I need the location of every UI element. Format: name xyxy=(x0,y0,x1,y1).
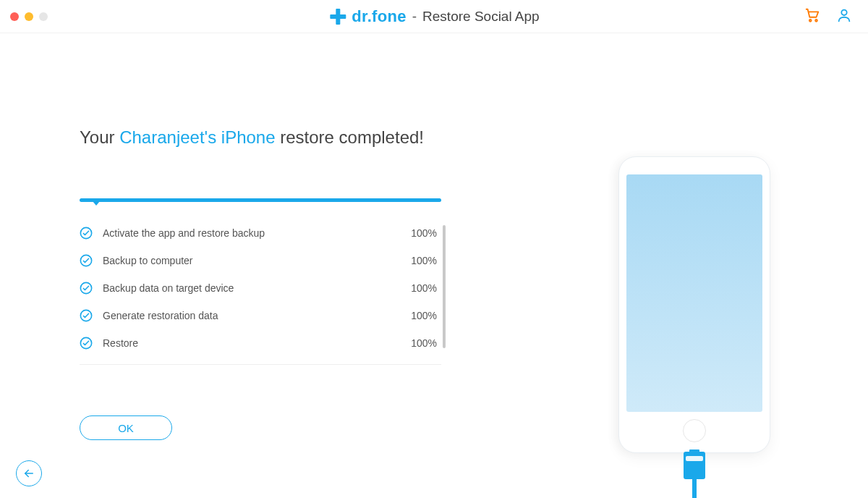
step-label: Backup to computer xyxy=(103,255,398,266)
ok-button[interactable]: OK xyxy=(80,415,172,440)
step-percent: 100% xyxy=(398,337,441,349)
account-icon[interactable] xyxy=(836,7,852,26)
cable-connector-icon xyxy=(684,452,705,479)
back-button[interactable] xyxy=(16,460,42,486)
cable-line xyxy=(692,478,697,498)
minimize-window-button[interactable] xyxy=(25,12,33,21)
phone-screen xyxy=(626,174,762,412)
step-list: Activate the app and restore backup 100%… xyxy=(80,219,441,365)
page-heading: Your Charanjeet's iPhone restore complet… xyxy=(80,127,521,148)
app-title: dr.fone - Restore Social App xyxy=(328,7,539,26)
titlebar: dr.fone - Restore Social App xyxy=(0,0,868,33)
app-subtitle: Restore Social App xyxy=(422,9,540,25)
step-row: Activate the app and restore backup 100% xyxy=(80,219,441,247)
heading-device-name: Charanjeet's iPhone xyxy=(119,127,275,147)
title-separator: - xyxy=(412,9,417,25)
heading-prefix: Your xyxy=(80,127,119,147)
step-row: Restore 100% xyxy=(80,329,441,357)
check-icon xyxy=(80,254,93,267)
step-label: Backup data on target device xyxy=(103,282,398,294)
arrow-left-icon xyxy=(22,467,35,480)
step-percent: 100% xyxy=(398,310,441,321)
close-window-button[interactable] xyxy=(10,12,19,21)
step-row: Backup data on target device 100% xyxy=(80,274,441,302)
list-divider xyxy=(80,364,441,365)
phone-home-button-icon xyxy=(683,419,706,442)
step-percent: 100% xyxy=(398,282,441,294)
heading-suffix: restore completed! xyxy=(276,127,424,147)
check-icon xyxy=(80,227,93,240)
phone-illustration xyxy=(618,156,770,453)
main-body: Your Charanjeet's iPhone restore complet… xyxy=(0,33,868,498)
titlebar-actions xyxy=(804,7,852,26)
left-pane: Your Charanjeet's iPhone restore complet… xyxy=(0,33,521,498)
window-controls xyxy=(10,12,48,21)
step-label: Restore xyxy=(103,337,398,349)
step-percent: 100% xyxy=(398,227,441,239)
step-percent: 100% xyxy=(398,255,441,266)
svg-rect-1 xyxy=(330,14,346,19)
check-icon xyxy=(80,282,93,295)
logo-icon xyxy=(328,7,347,26)
svg-point-2 xyxy=(809,19,812,21)
progress-bar xyxy=(80,198,441,202)
scrollbar[interactable] xyxy=(443,225,446,348)
step-label: Activate the app and restore backup xyxy=(103,227,398,239)
step-row: Backup to computer 100% xyxy=(80,247,441,274)
cart-icon[interactable] xyxy=(804,7,820,26)
step-label: Generate restoration data xyxy=(103,310,398,321)
ok-button-label: OK xyxy=(118,422,134,434)
check-icon xyxy=(80,309,93,322)
svg-point-3 xyxy=(815,19,817,21)
brand-name: dr.fone xyxy=(352,7,406,26)
step-row: Generate restoration data 100% xyxy=(80,302,441,329)
check-icon xyxy=(80,337,93,350)
right-pane xyxy=(521,33,868,498)
svg-point-4 xyxy=(841,9,846,14)
maximize-window-button[interactable] xyxy=(39,12,48,21)
